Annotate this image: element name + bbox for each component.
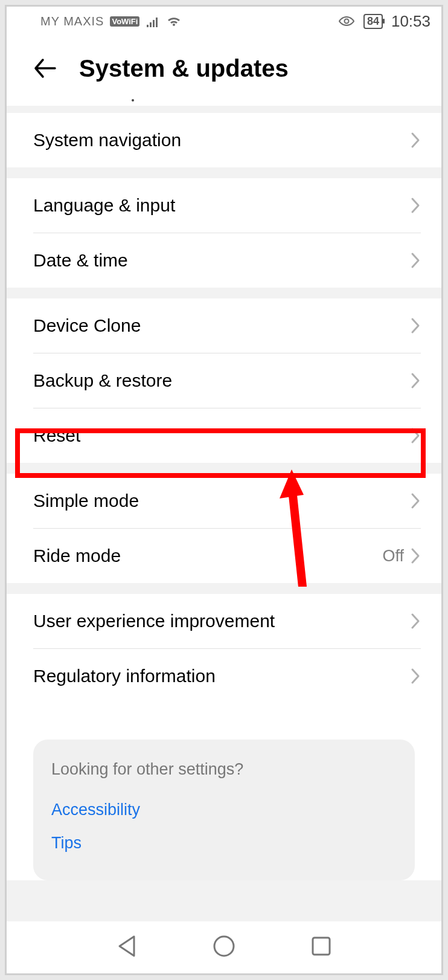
row-label: Reset: [33, 425, 410, 446]
reset-row[interactable]: Reset: [7, 408, 441, 463]
row-label: Date & time: [33, 250, 410, 271]
row-label: Regulatory information: [33, 666, 410, 686]
row-label: Backup & restore: [33, 370, 410, 391]
back-button[interactable]: [30, 54, 63, 83]
carrier-label: MY MAXIS: [40, 15, 104, 28]
simple-mode-row[interactable]: Simple mode: [7, 474, 441, 528]
chevron-right-icon: [410, 547, 421, 565]
status-bar: MY MAXIS VoWiFi 84 10:53: [7, 7, 441, 36]
row-label: Device Clone: [33, 315, 410, 336]
system-navigation-row[interactable]: System navigation: [7, 113, 441, 167]
svg-point-0: [344, 19, 348, 24]
wifi-icon: [166, 15, 182, 27]
svg-rect-2: [313, 938, 330, 955]
system-navbar: [7, 921, 441, 973]
row-label: Language & input: [33, 195, 410, 216]
chevron-right-icon: [410, 317, 421, 335]
eye-icon: [338, 16, 355, 27]
nav-recents-button[interactable]: [304, 929, 338, 965]
row-label: User experience improvement: [33, 611, 410, 631]
nav-back-button[interactable]: [110, 928, 144, 967]
backup-restore-row[interactable]: Backup & restore: [7, 353, 441, 408]
nav-home-button[interactable]: [206, 928, 242, 967]
settings-group: Simple mode Ride mode Off: [7, 474, 441, 583]
device-clone-row[interactable]: Device Clone: [7, 298, 441, 353]
settings-group: System navigation: [7, 113, 441, 167]
chevron-right-icon: [410, 492, 421, 510]
content-area: System navigation Language & input Date …: [7, 106, 441, 921]
tips-link[interactable]: Tips: [51, 827, 397, 860]
clock-label: 10:53: [391, 12, 430, 31]
chevron-right-icon: [410, 251, 421, 269]
row-label: System navigation: [33, 130, 410, 150]
chevron-right-icon: [410, 131, 421, 149]
chevron-right-icon: [410, 372, 421, 390]
battery-icon: 84: [363, 14, 383, 29]
row-label: Simple mode: [33, 491, 410, 511]
chevron-right-icon: [410, 196, 421, 214]
chevron-right-icon: [410, 427, 421, 445]
language-input-row[interactable]: Language & input: [7, 178, 441, 233]
vowifi-badge: VoWiFi: [110, 16, 139, 27]
chevron-right-icon: [410, 667, 421, 685]
date-time-row[interactable]: Date & time: [7, 233, 441, 288]
svg-point-1: [214, 936, 234, 956]
user-experience-row[interactable]: User experience improvement: [7, 594, 441, 648]
row-value: Off: [382, 547, 404, 566]
chevron-right-icon: [410, 612, 421, 630]
settings-group: Device Clone Backup & restore Reset: [7, 298, 441, 463]
header: System & updates: [7, 36, 441, 106]
dot-indicator: [132, 99, 134, 102]
ride-mode-row[interactable]: Ride mode Off: [7, 529, 441, 583]
row-label: Ride mode: [33, 546, 382, 566]
regulatory-row[interactable]: Regulatory information: [7, 649, 441, 703]
settings-group: Language & input Date & time: [7, 178, 441, 288]
page-title: System & updates: [79, 55, 289, 82]
accessibility-link[interactable]: Accessibility: [51, 793, 397, 827]
other-settings-title: Looking for other settings?: [51, 760, 397, 779]
settings-group: User experience improvement Regulatory i…: [7, 594, 441, 880]
other-settings-card: Looking for other settings? Accessibilit…: [33, 740, 415, 880]
signal-icon: [146, 15, 160, 27]
